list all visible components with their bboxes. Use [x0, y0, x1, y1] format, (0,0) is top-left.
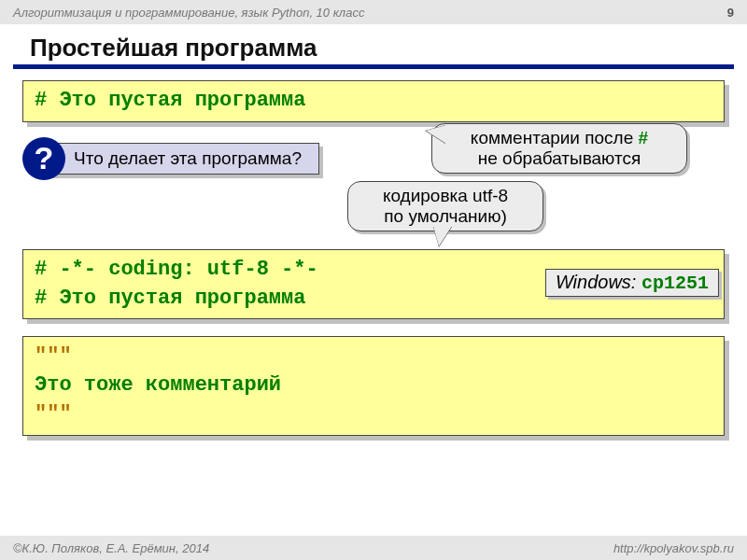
question-badge: ?	[22, 137, 65, 180]
callout-line: не обрабатываются	[445, 148, 673, 169]
windows-encoding-note: Windows: cp1251	[545, 269, 719, 297]
windows-encoding-value: cp1251	[641, 273, 709, 294]
windows-label: Windows:	[556, 272, 641, 292]
question-box: Что делает эта программа?	[49, 143, 319, 175]
footer-bar: ©К.Ю. Поляков, Е.А. Ерёмин, 2014 http://…	[0, 536, 747, 560]
callout-tail	[433, 226, 452, 246]
callout-line: по умолчанию)	[361, 206, 529, 227]
callout-text: комментарии после	[471, 128, 639, 147]
code-line: Это тоже комментарий	[35, 371, 712, 400]
footer-copyright: ©К.Ю. Поляков, Е.А. Ерёмин, 2014	[13, 541, 209, 555]
header-bar: Алгоритмизация и программирование, язык …	[0, 0, 747, 24]
callout-comments-after-hash: комментарии после # не обрабатываются	[431, 123, 687, 174]
code-line: # Это пустая программа	[35, 87, 712, 116]
footer-url: http://kpolyakov.spb.ru	[613, 541, 734, 555]
code-line: """	[35, 343, 712, 371]
callout-line: кодировка utf-8	[361, 186, 529, 206]
course-title: Алгоритмизация и программирование, язык …	[13, 6, 364, 20]
page-number: 9	[727, 6, 734, 20]
title-underline	[13, 64, 734, 69]
callout-tail	[426, 125, 446, 144]
code-line: """	[35, 400, 712, 429]
code-box-3: """ Это тоже комментарий """	[22, 336, 725, 435]
callout-utf8-default: кодировка utf-8 по умолчанию)	[347, 181, 543, 231]
callout-line: комментарии после #	[445, 128, 673, 148]
content-area: # Это пустая программа ? Что делает эта …	[22, 80, 725, 436]
page-title: Простейшая программа	[30, 34, 747, 63]
code-box-1: # Это пустая программа	[22, 80, 725, 122]
hash-symbol: #	[639, 128, 649, 147]
